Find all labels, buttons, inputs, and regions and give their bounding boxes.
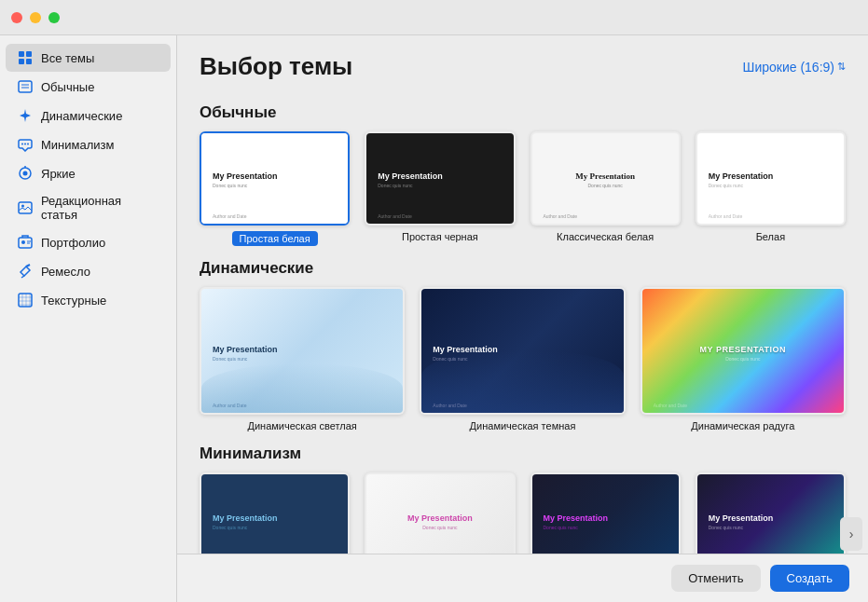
theme-card-classic-white[interactable]: My Presentation Donec quis nunc Author a… (530, 131, 681, 246)
svg-line-16 (26, 265, 30, 267)
sidebar-label-portfolio: Портфолио (41, 236, 105, 250)
aspect-label: Широкие (16:9) (743, 60, 834, 75)
chevron-up-down-icon: ⇅ (837, 61, 846, 73)
svg-point-9 (27, 144, 29, 145)
theme-label-dynamic-rainbow: Динамическая радуга (691, 420, 794, 431)
titlebar (0, 0, 868, 35)
theme-thumb-classic-white: My Presentation Donec quis nunc Author a… (530, 131, 681, 226)
theme-label-dynamic-light: Динамическая светлая (248, 420, 357, 431)
bottom-bar: Отменить Создать (177, 554, 868, 602)
theme-label-dynamic-dark: Динамическая темная (470, 420, 576, 431)
sparkles-icon (17, 107, 34, 124)
sidebar-label-craft: Ремесло (41, 265, 90, 279)
minimalism-theme-grid: My Presentation Donec quis nunc Author a… (200, 472, 846, 554)
speaker-icon (17, 165, 34, 182)
thumb-author: Author and Date (213, 213, 246, 219)
sidebar-item-portfolio[interactable]: Портфолио (6, 228, 171, 256)
sidebar-label-textured: Текстурные (41, 294, 106, 308)
sidebar-item-minimalism[interactable]: Минимализм (6, 130, 171, 158)
grid-icon (17, 49, 34, 66)
sidebar-label-all: Все темы (41, 51, 94, 65)
theme-card-dynamic-rainbow[interactable]: MY PRESENTATION Donec quis nunc Author a… (641, 287, 846, 432)
svg-point-13 (21, 205, 24, 208)
theme-card-gradient-color[interactable]: My Presentation Donec quis nunc Author a… (530, 472, 681, 554)
section-title-dynamic: Динамические (200, 259, 846, 278)
thumb-subtitle: Donec quis nunc (213, 183, 337, 188)
theme-thumb-dynamic-dark: My Presentation Donec quis nunc Author a… (420, 287, 625, 416)
sidebar-item-editorial[interactable]: Редакционная статья (6, 188, 171, 227)
minimize-button[interactable] (30, 12, 41, 23)
sidebar: Все темы Обычные Динамические (0, 35, 177, 602)
theme-label-simple-black: Простая черная (402, 231, 478, 242)
content-header: Выбор темы Широкие (16:9) ⇅ (177, 35, 868, 90)
square-list-icon (17, 78, 34, 95)
bubble-icon (17, 136, 34, 153)
svg-rect-4 (19, 81, 32, 92)
svg-point-7 (21, 144, 23, 145)
theme-thumb-dynamic-rainbow: MY PRESENTATION Donec quis nunc Author a… (641, 287, 846, 416)
sidebar-item-plain[interactable]: Обычные (6, 73, 171, 101)
thumb-title: My Presentation (213, 171, 337, 181)
theme-card-simple-white[interactable]: My Presentation Donec quis nunc Author a… (200, 131, 350, 246)
create-button[interactable]: Создать (770, 565, 849, 592)
scroll-right-button[interactable]: › (840, 517, 862, 551)
section-title-plain: Обычные (200, 103, 846, 122)
sidebar-label-editorial: Редакционная статья (41, 194, 159, 222)
section-title-minimalism: Минимализм (200, 445, 846, 463)
theme-card-gradient[interactable]: My Presentation Donec quis nunc Author a… (696, 472, 846, 554)
chevron-right-icon: › (849, 527, 854, 541)
theme-thumb-dynamic-light: My Presentation Donec quis nunc Author a… (200, 287, 405, 416)
page-title: Выбор темы (200, 52, 352, 81)
svg-rect-2 (19, 59, 24, 64)
svg-rect-0 (19, 51, 24, 57)
theme-card-simple-color[interactable]: My Presentation Donec quis nunc Author a… (200, 472, 350, 554)
theme-thumb-simple-black: My Presentation Donec quis nunc Author a… (365, 131, 515, 226)
dynamic-theme-grid: My Presentation Donec quis nunc Author a… (200, 287, 846, 432)
theme-card-white[interactable]: My Presentation Donec quis nunc Author a… (696, 131, 846, 246)
svg-point-15 (21, 240, 25, 244)
person-badge-icon (17, 234, 34, 251)
svg-line-17 (21, 276, 24, 278)
hammer-icon (17, 263, 34, 280)
sidebar-item-bright[interactable]: Яркие (6, 159, 171, 187)
cancel-button[interactable]: Отменить (671, 565, 760, 592)
theme-thumb-gradient: My Presentation Donec quis nunc Author a… (696, 472, 846, 554)
sidebar-label-dynamic: Динамические (41, 109, 122, 123)
sidebar-label-plain: Обычные (41, 80, 94, 94)
theme-card-dynamic-dark[interactable]: My Presentation Donec quis nunc Author a… (420, 287, 625, 432)
svg-rect-3 (26, 59, 32, 64)
svg-point-8 (24, 144, 26, 145)
theme-thumb-white: My Presentation Donec quis nunc Author a… (696, 131, 846, 226)
close-button[interactable] (11, 12, 22, 23)
theme-thumb-simple-color: My Presentation Donec quis nunc Author a… (200, 472, 350, 554)
theme-label-white: Белая (756, 231, 785, 242)
sidebar-label-minimalism: Минимализм (41, 138, 114, 152)
theme-label-classic-white: Классическая белая (557, 231, 654, 242)
sidebar-item-textured[interactable]: Текстурные (6, 286, 171, 314)
grid-area: Обычные My Presentation Donec quis nunc … (177, 90, 868, 554)
sidebar-item-all[interactable]: Все темы (6, 44, 171, 72)
content-area: Выбор темы Широкие (16:9) ⇅ Обычные My P… (177, 35, 868, 602)
theme-thumb-gradient-color: My Presentation Donec quis nunc Author a… (530, 472, 681, 554)
theme-thumb-gradient-light: My Presentation Donec quis nunc Author a… (365, 472, 515, 554)
plain-theme-grid: My Presentation Donec quis nunc Author a… (200, 131, 846, 246)
sidebar-item-craft[interactable]: Ремесло (6, 257, 171, 285)
photo-icon (17, 199, 34, 216)
svg-point-11 (23, 171, 28, 176)
theme-thumb-simple-white: My Presentation Donec quis nunc Author a… (200, 131, 350, 226)
texture-icon (17, 292, 34, 308)
theme-card-gradient-light[interactable]: My Presentation Donec quis nunc Author a… (365, 472, 515, 554)
sidebar-item-dynamic[interactable]: Динамические (6, 102, 171, 130)
svg-rect-12 (19, 202, 32, 213)
svg-rect-1 (26, 51, 32, 57)
theme-card-dynamic-light[interactable]: My Presentation Donec quis nunc Author a… (200, 287, 405, 432)
aspect-selector[interactable]: Широкие (16:9) ⇅ (743, 60, 846, 75)
theme-label-simple-white: Простая белая (232, 231, 318, 246)
theme-card-simple-black[interactable]: My Presentation Donec quis nunc Author a… (365, 131, 515, 246)
sidebar-label-bright: Яркие (41, 167, 76, 181)
maximize-button[interactable] (48, 12, 60, 23)
app-container: Все темы Обычные Динамические (0, 35, 868, 602)
